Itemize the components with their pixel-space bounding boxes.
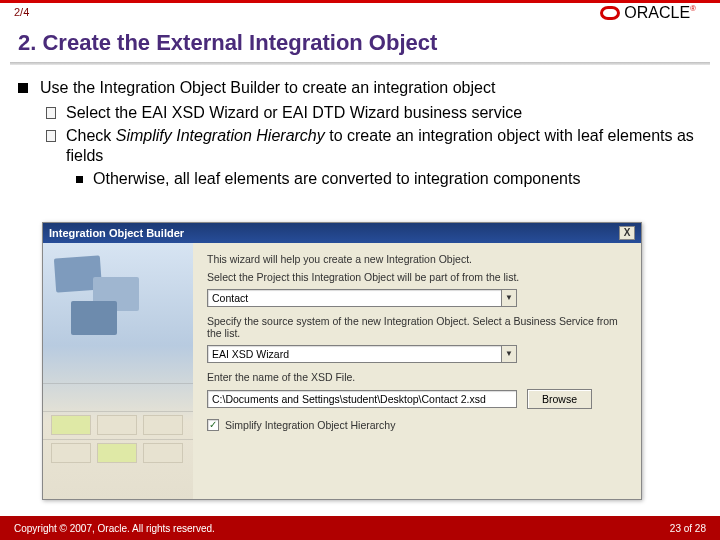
bullet-level2: Check Simplify Integration Hierarchy to … [46, 126, 702, 168]
close-button[interactable]: X [619, 226, 635, 240]
small-square-bullet-icon [76, 176, 83, 183]
bullet-text: Select the EAI XSD Wizard or EAI DTD Wiz… [66, 103, 522, 124]
oracle-logo-text: ORACLE® [624, 4, 696, 22]
slide-content: Use the Integration Object Builder to cr… [18, 78, 702, 192]
divider [43, 439, 193, 440]
title-underline [10, 62, 710, 65]
divider [43, 411, 193, 412]
divider [43, 383, 193, 384]
bullet-text: Otherwise, all leaf elements are convert… [93, 169, 580, 190]
wizard-side-graphic [43, 243, 193, 499]
file-label: Enter the name of the XSD File. [207, 371, 627, 383]
cell-icon [97, 415, 137, 435]
wizard-body: This wizard will help you create a new I… [43, 243, 641, 499]
oracle-logo: ORACLE® [600, 4, 696, 22]
project-combo[interactable]: ▼ [207, 289, 517, 307]
wizard-main: This wizard will help you create a new I… [193, 243, 641, 499]
bullet-text: Use the Integration Object Builder to cr… [40, 78, 495, 99]
bullet-level2: Select the EAI XSD Wizard or EAI DTD Wiz… [46, 103, 702, 124]
wizard-intro: This wizard will help you create a new I… [207, 253, 627, 265]
folder-icon [71, 301, 117, 335]
page-indicator: 2/4 [14, 6, 29, 18]
hollow-bullet-icon [46, 107, 56, 119]
file-path-input[interactable] [207, 390, 517, 408]
oracle-o-icon [600, 6, 620, 20]
cell-icon [51, 415, 91, 435]
wizard-window: Integration Object Builder X This wizard… [42, 222, 642, 500]
copyright-text: Copyright © 2007, Oracle. All rights res… [14, 523, 215, 534]
chevron-down-icon[interactable]: ▼ [501, 345, 517, 363]
page-number: 23 of 28 [670, 523, 706, 534]
top-red-bar [0, 0, 720, 3]
checkbox-label: Simplify Integration Object Hierarchy [225, 419, 395, 431]
source-input[interactable] [207, 345, 501, 363]
bullet-text: Check Simplify Integration Hierarchy to … [66, 126, 702, 168]
cell-icon [51, 443, 91, 463]
cell-icon [143, 443, 183, 463]
checkbox-icon[interactable]: ✓ [207, 419, 219, 431]
project-input[interactable] [207, 289, 501, 307]
wizard-titlebar: Integration Object Builder X [43, 223, 641, 243]
bullet-level1: Use the Integration Object Builder to cr… [18, 78, 702, 99]
cell-icon [143, 415, 183, 435]
bullet-level3: Otherwise, all leaf elements are convert… [76, 169, 702, 190]
simplify-checkbox-row[interactable]: ✓ Simplify Integration Object Hierarchy [207, 419, 627, 431]
footer-bar: Copyright © 2007, Oracle. All rights res… [0, 516, 720, 540]
project-label: Select the Project this Integration Obje… [207, 271, 627, 283]
source-label: Specify the source system of the new Int… [207, 315, 627, 339]
cell-icon [97, 443, 137, 463]
hollow-bullet-icon [46, 130, 56, 142]
wizard-title-text: Integration Object Builder [49, 227, 184, 239]
browse-button[interactable]: Browse [527, 389, 592, 409]
source-combo[interactable]: ▼ [207, 345, 517, 363]
slide-title: 2. Create the External Integration Objec… [18, 30, 437, 56]
square-bullet-icon [18, 83, 28, 93]
chevron-down-icon[interactable]: ▼ [501, 289, 517, 307]
